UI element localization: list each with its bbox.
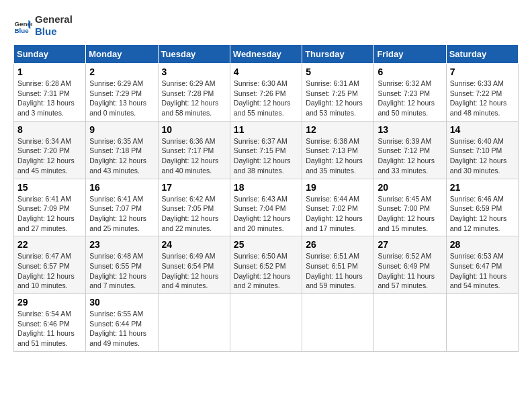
day-number: 2 [89, 66, 154, 77]
calendar-cell: 19Sunrise: 6:44 AMSunset: 7:02 PMDayligh… [302, 179, 374, 236]
calendar-cell: 30Sunrise: 6:55 AMSunset: 6:44 PMDayligh… [86, 294, 158, 352]
day-number: 3 [162, 66, 226, 77]
day-info: Sunrise: 6:44 AMSunset: 7:02 PMDaylight:… [306, 194, 370, 234]
calendar-cell: 15Sunrise: 6:41 AMSunset: 7:09 PMDayligh… [14, 179, 86, 236]
calendar-cell: 24Sunrise: 6:49 AMSunset: 6:54 PMDayligh… [158, 236, 230, 294]
day-number: 25 [234, 239, 298, 250]
day-number: 20 [378, 182, 442, 193]
day-info: Sunrise: 6:36 AMSunset: 7:17 PMDaylight:… [162, 136, 226, 176]
day-info: Sunrise: 6:49 AMSunset: 6:54 PMDaylight:… [162, 251, 226, 291]
calendar-cell: 20Sunrise: 6:45 AMSunset: 7:00 PMDayligh… [374, 179, 446, 236]
svg-text:Blue: Blue [14, 27, 29, 34]
day-number: 1 [17, 66, 82, 77]
day-number: 5 [306, 66, 370, 77]
day-number: 30 [89, 297, 154, 308]
day-number: 15 [17, 182, 82, 193]
day-info: Sunrise: 6:55 AMSunset: 6:44 PMDaylight:… [89, 309, 154, 349]
day-info: Sunrise: 6:41 AMSunset: 7:07 PMDaylight:… [89, 194, 154, 234]
calendar-week-row: 1Sunrise: 6:28 AMSunset: 7:31 PMDaylight… [14, 64, 519, 122]
day-info: Sunrise: 6:47 AMSunset: 6:57 PMDaylight:… [17, 251, 82, 291]
day-number: 26 [306, 239, 370, 250]
header: General Blue General Blue [13, 13, 519, 38]
day-number: 16 [89, 182, 154, 193]
calendar-cell: 14Sunrise: 6:40 AMSunset: 7:10 PMDayligh… [446, 121, 518, 179]
weekday-header-sunday: Sunday [14, 45, 86, 64]
weekday-header-thursday: Thursday [302, 45, 374, 64]
calendar-cell: 2Sunrise: 6:29 AMSunset: 7:29 PMDaylight… [86, 64, 158, 122]
calendar-cell: 26Sunrise: 6:51 AMSunset: 6:51 PMDayligh… [302, 236, 374, 294]
calendar-cell: 13Sunrise: 6:39 AMSunset: 7:12 PMDayligh… [374, 121, 446, 179]
day-number: 11 [234, 124, 298, 135]
calendar-week-row: 22Sunrise: 6:47 AMSunset: 6:57 PMDayligh… [14, 236, 519, 294]
day-number: 6 [378, 66, 442, 77]
day-info: Sunrise: 6:31 AMSunset: 7:25 PMDaylight:… [306, 79, 370, 118]
calendar-cell: 5Sunrise: 6:31 AMSunset: 7:25 PMDaylight… [302, 64, 374, 122]
weekday-header-monday: Monday [86, 45, 158, 64]
weekday-header-saturday: Saturday [446, 45, 518, 64]
calendar-cell [446, 294, 518, 352]
weekday-header-row: SundayMondayTuesdayWednesdayThursdayFrid… [14, 45, 519, 64]
logo-text-block: General Blue [35, 13, 73, 38]
day-info: Sunrise: 6:45 AMSunset: 7:00 PMDaylight:… [378, 194, 442, 234]
day-info: Sunrise: 6:50 AMSunset: 6:52 PMDaylight:… [234, 251, 298, 291]
calendar-cell: 21Sunrise: 6:46 AMSunset: 6:59 PMDayligh… [446, 179, 518, 236]
weekday-header-friday: Friday [374, 45, 446, 64]
weekday-header-wednesday: Wednesday [230, 45, 302, 64]
day-info: Sunrise: 6:28 AMSunset: 7:31 PMDaylight:… [17, 79, 82, 118]
day-number: 12 [306, 124, 370, 135]
day-number: 14 [450, 124, 515, 135]
calendar-cell [158, 294, 230, 352]
day-info: Sunrise: 6:41 AMSunset: 7:09 PMDaylight:… [17, 194, 82, 234]
day-number: 23 [89, 239, 154, 250]
calendar-cell: 18Sunrise: 6:43 AMSunset: 7:04 PMDayligh… [230, 179, 302, 236]
day-number: 27 [378, 239, 442, 250]
day-number: 7 [450, 66, 515, 77]
calendar-cell: 23Sunrise: 6:48 AMSunset: 6:55 PMDayligh… [86, 236, 158, 294]
day-info: Sunrise: 6:38 AMSunset: 7:13 PMDaylight:… [306, 136, 370, 176]
day-info: Sunrise: 6:39 AMSunset: 7:12 PMDaylight:… [378, 136, 442, 176]
calendar-cell: 9Sunrise: 6:35 AMSunset: 7:18 PMDaylight… [86, 121, 158, 179]
day-number: 13 [378, 124, 442, 135]
day-number: 24 [162, 239, 226, 250]
day-info: Sunrise: 6:52 AMSunset: 6:49 PMDaylight:… [378, 251, 442, 291]
day-info: Sunrise: 6:40 AMSunset: 7:10 PMDaylight:… [450, 136, 515, 176]
calendar-cell: 28Sunrise: 6:53 AMSunset: 6:47 PMDayligh… [446, 236, 518, 294]
calendar-cell: 22Sunrise: 6:47 AMSunset: 6:57 PMDayligh… [14, 236, 86, 294]
logo-icon: General Blue [13, 16, 32, 35]
day-info: Sunrise: 6:30 AMSunset: 7:26 PMDaylight:… [234, 79, 298, 118]
calendar-cell: 16Sunrise: 6:41 AMSunset: 7:07 PMDayligh… [86, 179, 158, 236]
day-info: Sunrise: 6:29 AMSunset: 7:28 PMDaylight:… [162, 79, 226, 118]
day-number: 22 [17, 239, 82, 250]
calendar-cell [230, 294, 302, 352]
day-number: 29 [17, 297, 82, 308]
day-number: 17 [162, 182, 226, 193]
calendar-cell: 17Sunrise: 6:42 AMSunset: 7:05 PMDayligh… [158, 179, 230, 236]
calendar-cell: 4Sunrise: 6:30 AMSunset: 7:26 PMDaylight… [230, 64, 302, 122]
day-info: Sunrise: 6:42 AMSunset: 7:05 PMDaylight:… [162, 194, 226, 234]
day-info: Sunrise: 6:34 AMSunset: 7:20 PMDaylight:… [17, 136, 82, 176]
day-number: 8 [17, 124, 82, 135]
calendar-cell: 7Sunrise: 6:33 AMSunset: 7:22 PMDaylight… [446, 64, 518, 122]
calendar-week-row: 8Sunrise: 6:34 AMSunset: 7:20 PMDaylight… [14, 121, 519, 179]
calendar-week-row: 15Sunrise: 6:41 AMSunset: 7:09 PMDayligh… [14, 179, 519, 236]
day-info: Sunrise: 6:33 AMSunset: 7:22 PMDaylight:… [450, 79, 515, 118]
calendar-cell: 12Sunrise: 6:38 AMSunset: 7:13 PMDayligh… [302, 121, 374, 179]
day-info: Sunrise: 6:29 AMSunset: 7:29 PMDaylight:… [89, 79, 154, 118]
weekday-header-tuesday: Tuesday [158, 45, 230, 64]
calendar-cell: 1Sunrise: 6:28 AMSunset: 7:31 PMDaylight… [14, 64, 86, 122]
day-info: Sunrise: 6:53 AMSunset: 6:47 PMDaylight:… [450, 251, 515, 291]
day-number: 4 [234, 66, 298, 77]
day-info: Sunrise: 6:35 AMSunset: 7:18 PMDaylight:… [89, 136, 154, 176]
day-info: Sunrise: 6:54 AMSunset: 6:46 PMDaylight:… [17, 309, 82, 349]
day-info: Sunrise: 6:46 AMSunset: 6:59 PMDaylight:… [450, 194, 515, 234]
calendar-cell [302, 294, 374, 352]
day-info: Sunrise: 6:51 AMSunset: 6:51 PMDaylight:… [306, 251, 370, 291]
calendar-cell: 25Sunrise: 6:50 AMSunset: 6:52 PMDayligh… [230, 236, 302, 294]
calendar-table: SundayMondayTuesdayWednesdayThursdayFrid… [13, 44, 519, 352]
calendar-cell: 3Sunrise: 6:29 AMSunset: 7:28 PMDaylight… [158, 64, 230, 122]
day-number: 21 [450, 182, 515, 193]
calendar-cell: 27Sunrise: 6:52 AMSunset: 6:49 PMDayligh… [374, 236, 446, 294]
day-info: Sunrise: 6:48 AMSunset: 6:55 PMDaylight:… [89, 251, 154, 291]
calendar-week-row: 29Sunrise: 6:54 AMSunset: 6:46 PMDayligh… [14, 294, 519, 352]
calendar-cell: 10Sunrise: 6:36 AMSunset: 7:17 PMDayligh… [158, 121, 230, 179]
